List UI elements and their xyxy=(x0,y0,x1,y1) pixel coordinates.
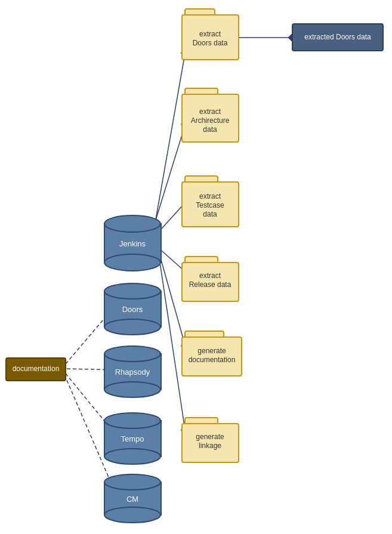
diagram: extract Doors data extracted Doors data … xyxy=(0,0,392,534)
folder-gen-linkage: generate linkage xyxy=(182,418,239,462)
svg-text:CM: CM xyxy=(126,495,138,504)
svg-point-47 xyxy=(104,474,160,490)
svg-point-20 xyxy=(104,254,160,271)
svg-text:extract: extract xyxy=(199,271,221,280)
svg-text:extracted Doors data: extracted Doors data xyxy=(304,33,371,41)
box-documentation: documentation xyxy=(6,358,66,381)
svg-text:generate: generate xyxy=(196,433,224,441)
svg-text:extract: extract xyxy=(199,192,221,200)
cylinder-doors: Doors xyxy=(104,283,161,335)
conn-jenkins-arch xyxy=(152,125,185,231)
svg-point-27 xyxy=(104,283,160,299)
conn-jenkins-gendoc xyxy=(158,249,185,345)
cylinder-jenkins: Jenkins xyxy=(104,215,161,271)
svg-text:Doors data: Doors data xyxy=(193,39,228,47)
conn-jenkins-release xyxy=(158,248,185,271)
folder-extract-arch: extract Archirecture data xyxy=(182,88,239,142)
cylinder-tempo: Tempo xyxy=(104,413,161,464)
svg-text:Release data: Release data xyxy=(189,280,232,289)
svg-text:Doors: Doors xyxy=(122,305,143,314)
svg-text:linkage: linkage xyxy=(199,442,221,450)
svg-text:Tempo: Tempo xyxy=(121,434,144,443)
svg-text:documentation: documentation xyxy=(189,356,236,364)
svg-point-43 xyxy=(104,413,160,428)
svg-text:generate: generate xyxy=(197,347,226,355)
svg-text:extract: extract xyxy=(199,30,221,38)
svg-text:Jenkins: Jenkins xyxy=(119,239,146,248)
svg-text:Testcase: Testcase xyxy=(196,201,224,209)
cylinder-cm: CM xyxy=(104,474,161,523)
conn-jenkins-genlinkage xyxy=(158,251,185,430)
svg-text:documentation: documentation xyxy=(13,365,60,373)
folder-extract-doors: extract Doors data xyxy=(182,9,239,60)
svg-text:data: data xyxy=(203,125,217,134)
box-extracted-doors: extracted Doors data xyxy=(292,24,383,51)
svg-text:Rhapsody: Rhapsody xyxy=(115,368,150,376)
svg-point-28 xyxy=(104,319,160,335)
svg-text:extract: extract xyxy=(199,107,221,116)
folder-extract-testcase: extract Testcase data xyxy=(182,176,239,227)
svg-point-19 xyxy=(104,215,160,232)
cylinder-rhapsody: Rhapsody xyxy=(104,346,161,397)
svg-point-35 xyxy=(104,346,160,362)
svg-point-48 xyxy=(104,507,160,523)
svg-point-36 xyxy=(104,382,160,397)
folder-gen-doc: generate documentation xyxy=(182,331,242,376)
svg-text:Archirecture: Archirecture xyxy=(191,116,230,125)
folder-extract-release: extract Release data xyxy=(182,257,239,301)
svg-point-44 xyxy=(104,449,160,464)
svg-text:data: data xyxy=(203,210,217,218)
